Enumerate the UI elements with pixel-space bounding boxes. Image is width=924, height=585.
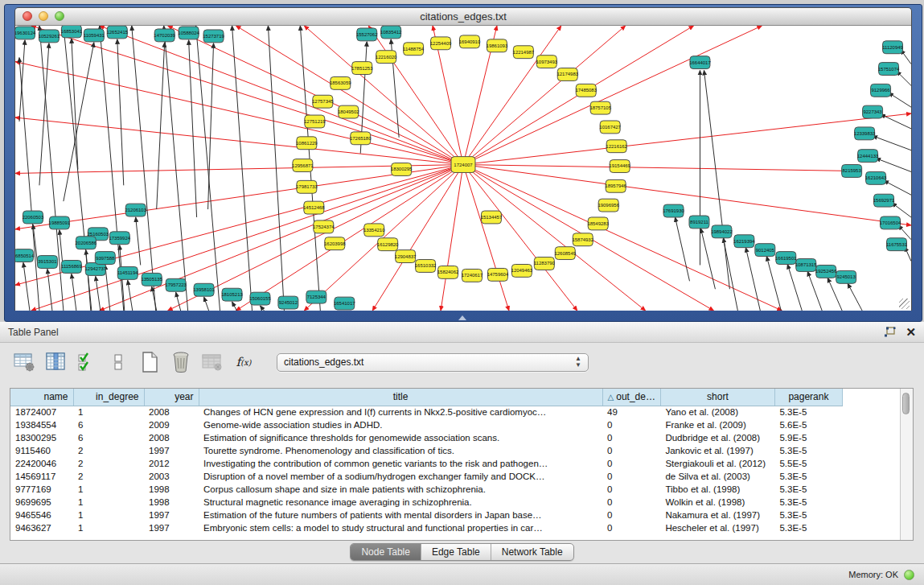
graph-node[interactable]: 9245012 xyxy=(278,296,298,309)
table-cell[interactable]: 22420046 xyxy=(10,457,73,470)
graph-node[interactable]: 1724007 xyxy=(451,157,475,173)
table-cell[interactable]: 6 xyxy=(73,418,144,431)
select-all-icon[interactable] xyxy=(76,350,98,374)
graph-edge[interactable] xyxy=(881,114,911,129)
table-cell[interactable]: Stergiakouli et al. (2012) xyxy=(660,457,774,470)
table-cell[interactable]: 1 xyxy=(73,406,144,418)
table-cell[interactable]: 2009 xyxy=(144,418,199,431)
graph-edge[interactable] xyxy=(260,306,264,311)
table-cell[interactable]: Structural magnetic resonance image aver… xyxy=(199,496,602,509)
table-cell[interactable]: 5.9E-5 xyxy=(774,431,842,444)
graph-node[interactable]: 10973493 xyxy=(536,56,558,68)
graph-node[interactable]: 9227343 xyxy=(863,105,883,118)
graph-node[interactable]: 12216020 xyxy=(376,51,397,64)
graph-node[interactable]: 17016504 xyxy=(880,216,901,229)
table-cell[interactable]: 9115460 xyxy=(10,444,73,457)
graph-node[interactable]: 16853041 xyxy=(61,26,83,38)
graph-edge[interactable] xyxy=(176,292,181,311)
graph-edge[interactable] xyxy=(848,283,862,311)
graph-edge[interactable] xyxy=(72,39,78,170)
table-cell[interactable]: Franke et al. (2009) xyxy=(660,418,774,431)
graph-edge[interactable] xyxy=(86,250,91,311)
graph-edge[interactable] xyxy=(15,62,463,165)
graph-edge[interactable] xyxy=(676,217,690,281)
graph-node[interactable]: 12339833 xyxy=(854,127,876,140)
table-cell[interactable]: 1 xyxy=(73,483,144,496)
graph-edge[interactable] xyxy=(128,280,133,311)
table-cell[interactable]: Changes of HCN gene expression and I(f) … xyxy=(199,406,602,418)
table-cell[interactable]: 2008 xyxy=(144,431,199,444)
graph-node[interactable]: 10861229 xyxy=(296,137,318,150)
table-cell[interactable]: Nakamura et al. (1997) xyxy=(660,509,774,521)
graph-node[interactable]: 16219394 xyxy=(733,235,755,248)
graph-node[interactable]: 12751219 xyxy=(304,115,326,128)
table-cell[interactable]: 9463627 xyxy=(10,521,73,534)
table-cell[interactable]: Wolkin et al. (1998) xyxy=(660,496,774,509)
graph-node[interactable]: 9245013 xyxy=(836,270,856,283)
graph-edge[interactable] xyxy=(236,26,463,165)
table-cell[interactable]: 5.6E-5 xyxy=(774,418,842,431)
graph-node[interactable]: 19861093 xyxy=(487,39,508,52)
table-cell[interactable]: 5.3E-5 xyxy=(774,406,842,418)
table-row[interactable]: 911546021997Tourette syndrome. Phenomeno… xyxy=(10,444,842,457)
table-selector-dropdown[interactable]: citations_edges.txt ▲▼ xyxy=(277,353,589,372)
graph-node[interactable]: 3915301 xyxy=(37,256,57,269)
graph-edge[interactable] xyxy=(232,302,237,311)
graph-node[interactable]: 12956871 xyxy=(292,159,314,172)
graph-edge[interactable] xyxy=(31,26,463,165)
table-cell[interactable]: 0 xyxy=(602,483,660,496)
table-cell[interactable]: Tourette syndrome. Phenomenology and cla… xyxy=(199,444,602,457)
graph-edge[interactable] xyxy=(232,26,253,311)
table-cell[interactable]: Genome-wide association studies in ADHD. xyxy=(199,418,602,431)
graph-node[interactable]: 18957946 xyxy=(605,179,626,192)
graph-edge[interactable] xyxy=(876,159,911,172)
graph-node[interactable]: 10871315 xyxy=(795,259,817,272)
table-cell[interactable]: 5.3E-5 xyxy=(774,470,842,483)
table-cell[interactable]: 1997 xyxy=(144,521,199,534)
graph-node[interactable]: 16644017 xyxy=(689,56,711,69)
graph-node[interactable]: 10167427 xyxy=(599,121,621,134)
table-cell[interactable]: 2003 xyxy=(144,470,199,483)
graph-edge[interactable] xyxy=(873,136,911,150)
citation-network-graph[interactable]: 1225440916940910198610931221498711488754… xyxy=(15,26,911,311)
table-cell[interactable]: Jankovic et al. (1997) xyxy=(660,444,774,457)
function-builder-icon[interactable]: f(x) xyxy=(232,350,255,374)
graph-node[interactable]: 18105213 xyxy=(221,288,243,301)
graph-node[interactable]: 19894022 xyxy=(711,225,733,238)
table-row[interactable]: 1456911722003Disruption of a novel membe… xyxy=(10,470,842,483)
minimize-button[interactable] xyxy=(39,11,48,21)
table-row[interactable]: 1830029562008Estimation of significance … xyxy=(10,431,842,444)
table-row[interactable]: 2242004622012Investigating the contribut… xyxy=(10,457,842,470)
delete-column-icon[interactable] xyxy=(170,350,192,374)
graph-edge[interactable] xyxy=(189,40,197,217)
graph-edge[interactable] xyxy=(19,58,39,311)
table-cell[interactable]: 18300295 xyxy=(10,431,73,444)
graph-node[interactable]: 8919211 xyxy=(689,216,709,229)
column-visibility-icon[interactable] xyxy=(44,350,67,374)
graph-edge[interactable] xyxy=(745,248,760,311)
graph-edge[interactable] xyxy=(15,165,463,286)
graph-node[interactable]: 19630124 xyxy=(15,27,36,39)
graph-node[interactable]: 17265180 xyxy=(350,132,372,145)
graph-node[interactable]: 18563059 xyxy=(330,76,351,89)
table-cell[interactable]: 0 xyxy=(602,470,660,483)
graph-edge[interactable] xyxy=(19,40,25,122)
float-panel-icon[interactable] xyxy=(884,327,896,338)
table-cell[interactable]: 0 xyxy=(602,496,660,509)
table-cell[interactable]: 0 xyxy=(602,457,660,470)
graph-node[interactable]: 9129966 xyxy=(871,84,891,97)
graph-node[interactable]: 13958101 xyxy=(193,283,215,296)
table-cell[interactable]: Dudbridge et al. (2008) xyxy=(660,431,774,444)
table-cell[interactable]: Disruption of a novel member of a sodium… xyxy=(199,470,602,483)
table-cell[interactable]: 6 xyxy=(73,431,144,444)
graph-node[interactable]: 22060503 xyxy=(23,211,44,224)
graph-edge[interactable] xyxy=(463,165,852,171)
graph-node[interactable]: 16619501 xyxy=(775,252,797,265)
graph-edge[interactable] xyxy=(196,26,220,311)
graph-edge[interactable] xyxy=(704,71,729,290)
resize-grip-icon[interactable] xyxy=(899,299,910,309)
graph-edge[interactable] xyxy=(897,72,911,86)
table-cell[interactable]: 0 xyxy=(602,431,660,444)
table-cell[interactable]: 5.3E-5 xyxy=(774,444,842,457)
graph-node[interactable]: 15527062 xyxy=(356,28,378,41)
